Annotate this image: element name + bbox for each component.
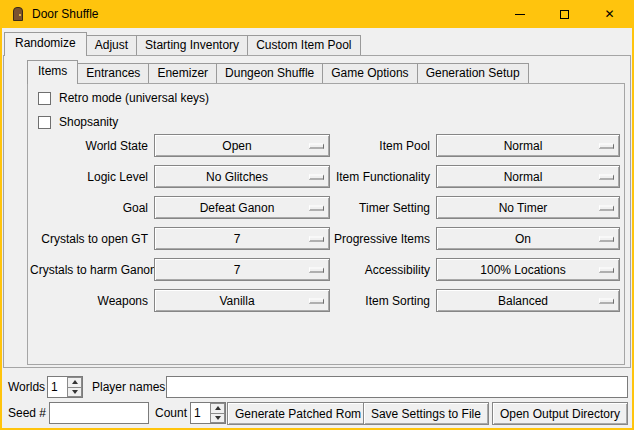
caption-buttons: ✕ xyxy=(497,0,632,28)
tab-adjust[interactable]: Adjust xyxy=(86,35,137,55)
dropdown-indicator-icon xyxy=(309,143,324,148)
accessibility-value: 100% Locations xyxy=(480,263,575,277)
goal-dropdown[interactable]: Defeat Ganon xyxy=(154,196,330,219)
maximize-icon xyxy=(560,10,569,19)
option-rows: World State Open Item Pool Normal Logic … xyxy=(30,134,620,312)
shopsanity-label: Shopsanity xyxy=(59,115,118,129)
window-title: Door Shuffle xyxy=(32,0,99,28)
maximize-button[interactable] xyxy=(542,0,587,28)
worlds-spinner-arrows xyxy=(67,377,82,397)
tab-starting-inventory[interactable]: Starting Inventory xyxy=(136,35,248,55)
count-input[interactable] xyxy=(191,403,210,423)
crystals-to-harm-ganon-value: 7 xyxy=(234,263,251,277)
generate-patched-rom-button[interactable]: Generate Patched Rom xyxy=(227,402,369,425)
player-names-label: Player names xyxy=(92,376,165,398)
crystals-to-harm-ganon-label: Crystals to harm Ganon xyxy=(30,263,148,277)
worlds-spinner-down[interactable] xyxy=(67,387,82,398)
dropdown-indicator-icon xyxy=(599,143,614,148)
option-row: Goal Defeat Ganon Timer Setting No Timer xyxy=(30,196,620,219)
tab-items[interactable]: Items xyxy=(27,60,78,84)
tab-generation-setup[interactable]: Generation Setup xyxy=(417,63,529,83)
worlds-input[interactable] xyxy=(48,377,67,397)
crystals-to-harm-ganon-dropdown[interactable]: 7 xyxy=(154,258,330,281)
world-state-dropdown[interactable]: Open xyxy=(154,134,330,157)
minimize-button[interactable] xyxy=(497,0,542,28)
item-pool-value: Normal xyxy=(504,139,553,153)
close-icon: ✕ xyxy=(604,8,614,20)
tab-custom-item-pool[interactable]: Custom Item Pool xyxy=(247,35,360,55)
progressive-items-value: On xyxy=(515,232,541,246)
dropdown-indicator-icon xyxy=(599,298,614,303)
shopsanity-checkbox[interactable]: Shopsanity xyxy=(38,114,118,130)
dropdown-indicator-icon xyxy=(309,267,324,272)
dropdown-indicator-icon xyxy=(309,174,324,179)
item-functionality-label: Item Functionality xyxy=(334,170,430,184)
arrow-up-icon xyxy=(215,406,221,410)
dropdown-indicator-icon xyxy=(599,236,614,241)
count-spinner-down[interactable] xyxy=(210,413,225,424)
open-output-directory-button[interactable]: Open Output Directory xyxy=(492,402,628,425)
option-row: Weapons Vanilla Item Sorting Balanced xyxy=(30,289,620,312)
timer-setting-label: Timer Setting xyxy=(334,201,430,215)
randomize-pane: Items Entrances Enemizer Dungeon Shuffle… xyxy=(3,55,631,368)
dropdown-indicator-icon xyxy=(599,174,614,179)
tab-enemizer[interactable]: Enemizer xyxy=(148,63,217,83)
worlds-spinner[interactable] xyxy=(47,376,83,398)
seed-input[interactable] xyxy=(49,402,149,424)
progressive-items-label: Progressive Items xyxy=(334,232,430,246)
tab-game-options[interactable]: Game Options xyxy=(322,63,417,83)
progressive-items-dropdown[interactable]: On xyxy=(436,227,620,250)
goal-value: Defeat Ganon xyxy=(200,201,285,215)
timer-setting-dropdown[interactable]: No Timer xyxy=(436,196,620,219)
retro-mode-checkbox[interactable]: Retro mode (universal keys) xyxy=(38,90,209,106)
retro-mode-checkbox-box[interactable] xyxy=(38,92,51,105)
accessibility-dropdown[interactable]: 100% Locations xyxy=(436,258,620,281)
arrow-down-icon xyxy=(72,390,78,394)
dropdown-indicator-icon xyxy=(309,205,324,210)
count-spinner-arrows xyxy=(210,403,225,423)
weapons-value: Vanilla xyxy=(219,294,264,308)
item-pool-dropdown[interactable]: Normal xyxy=(436,134,620,157)
weapons-dropdown[interactable]: Vanilla xyxy=(154,289,330,312)
tab-randomize[interactable]: Randomize xyxy=(4,32,87,56)
count-spinner[interactable] xyxy=(190,402,226,424)
window-content: Randomize Adjust Starting Inventory Cust… xyxy=(2,28,632,428)
crystals-to-open-gt-value: 7 xyxy=(234,232,251,246)
option-row: Crystals to open GT 7 Progressive Items … xyxy=(30,227,620,250)
arrow-up-icon xyxy=(72,380,78,384)
goal-label: Goal xyxy=(30,201,148,215)
logic-level-label: Logic Level xyxy=(30,170,148,184)
item-pool-label: Item Pool xyxy=(334,139,430,153)
tab-dungeon-shuffle[interactable]: Dungeon Shuffle xyxy=(216,63,323,83)
option-row: Logic Level No Glitches Item Functionali… xyxy=(30,165,620,188)
dropdown-indicator-icon xyxy=(599,205,614,210)
crystals-to-open-gt-dropdown[interactable]: 7 xyxy=(154,227,330,250)
shopsanity-checkbox-box[interactable] xyxy=(38,116,51,129)
item-sorting-label: Item Sorting xyxy=(334,294,430,308)
player-names-input[interactable] xyxy=(166,376,628,398)
world-state-label: World State xyxy=(30,139,148,153)
footer-right-buttons: Save Settings to File Open Output Direct… xyxy=(363,402,628,425)
title-bar: Door Shuffle ✕ xyxy=(2,0,632,28)
dropdown-indicator-icon xyxy=(309,298,324,303)
arrow-down-icon xyxy=(215,416,221,420)
dropdown-indicator-icon xyxy=(309,236,324,241)
close-button[interactable]: ✕ xyxy=(587,0,632,28)
item-sorting-dropdown[interactable]: Balanced xyxy=(436,289,620,312)
logic-level-value: No Glitches xyxy=(206,170,278,184)
door-knob-icon xyxy=(19,14,21,16)
door-shuffle-window: Door Shuffle ✕ Randomize Adjust Starting… xyxy=(0,0,634,430)
door-icon xyxy=(13,7,23,21)
logic-level-dropdown[interactable]: No Glitches xyxy=(154,165,330,188)
timer-setting-value: No Timer xyxy=(499,201,558,215)
item-functionality-value: Normal xyxy=(504,170,553,184)
app-icon xyxy=(10,6,26,22)
accessibility-label: Accessibility xyxy=(334,263,430,277)
save-settings-button[interactable]: Save Settings to File xyxy=(363,402,489,425)
crystals-to-open-gt-label: Crystals to open GT xyxy=(30,232,148,246)
seed-label: Seed # xyxy=(8,402,46,424)
option-row: World State Open Item Pool Normal xyxy=(30,134,620,157)
tab-entrances[interactable]: Entrances xyxy=(77,63,149,83)
items-pane: Retro mode (universal keys) Shopsanity W… xyxy=(27,83,625,365)
item-functionality-dropdown[interactable]: Normal xyxy=(436,165,620,188)
